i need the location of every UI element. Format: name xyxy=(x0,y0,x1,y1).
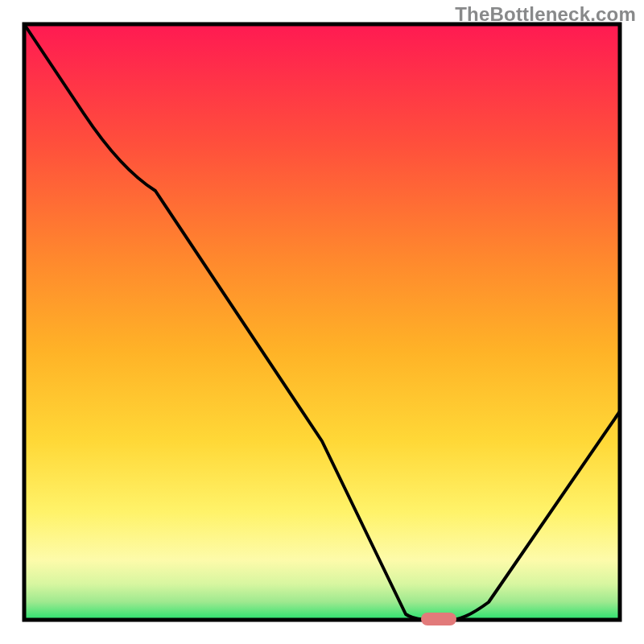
plot-background xyxy=(24,24,620,620)
optimal-marker xyxy=(421,613,456,625)
attribution-label: TheBottleneck.com xyxy=(455,3,636,26)
bottleneck-chart xyxy=(0,0,644,644)
